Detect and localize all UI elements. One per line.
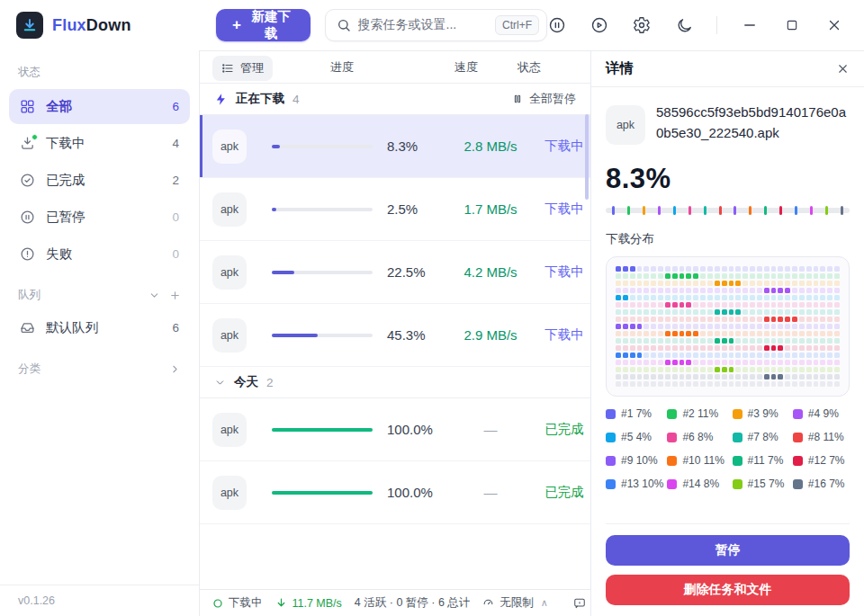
sidebar-item-paused[interactable]: 已暂停 0: [9, 200, 190, 235]
heatmap-cell: [735, 324, 741, 329]
sidebar-item-downloading[interactable]: 下载中 4: [9, 126, 190, 161]
heatmap-cell: [834, 360, 840, 365]
heatmap-cell: [834, 317, 840, 322]
task-row[interactable]: apk 2.5% 1.7 MB/s 下载中: [200, 178, 590, 241]
heatmap-cell: [764, 309, 770, 315]
heatmap-cell: [672, 353, 678, 358]
progress-bar: [272, 428, 373, 432]
statusbar-speed-limit[interactable]: 无限制 ∧: [482, 595, 548, 611]
task-row[interactable]: apk 100.0% — 已完成: [200, 398, 590, 461]
heatmap-cell-active: [735, 281, 741, 286]
heatmap-cell: [693, 324, 698, 329]
heatmap-cell: [785, 302, 790, 308]
heatmap-cell: [735, 360, 741, 365]
heatmap-cell-active: [715, 309, 720, 315]
maximize-icon[interactable]: [782, 15, 802, 35]
dark-mode-moon-icon[interactable]: [674, 15, 694, 35]
segment-tick: [688, 206, 691, 215]
heatmap-cell: [785, 374, 790, 379]
heatmap-cell-active: [665, 273, 670, 279]
status-bar: 下载中 11.7 MB/s 4 活跃 · 0 暂停 · 6 总计 无限制 ∧ 反…: [200, 589, 590, 616]
manage-button[interactable]: 管理: [212, 56, 273, 81]
heatmap-cell: [665, 338, 670, 344]
delete-task-button[interactable]: 删除任务和文件: [606, 575, 850, 605]
heatmap-cell: [665, 288, 670, 293]
minimize-icon[interactable]: [740, 15, 760, 35]
details-body: apk 58596cc5f93eb5bd9140176e0a0b5e30_222…: [591, 87, 864, 616]
file-type-badge: apk: [212, 476, 247, 510]
heatmap-cell: [700, 273, 706, 279]
heatmap-cell: [665, 295, 670, 300]
heatmap-cell: [757, 288, 762, 293]
heatmap-cell-active: [680, 331, 685, 336]
heatmap-cell: [658, 288, 663, 293]
settings-gear-icon[interactable]: [632, 15, 652, 35]
heatmap-cell: [806, 324, 812, 329]
task-row[interactable]: apk 45.3% 2.9 MB/s 下载中: [200, 304, 590, 367]
sidebar-item-default-queue[interactable]: 默认队列 6: [9, 310, 190, 345]
heatmap-cell: [799, 360, 805, 365]
heatmap-cell: [785, 331, 790, 336]
task-row[interactable]: apk 8.3% 2.8 MB/s 下载中: [200, 115, 590, 178]
heatmap-cell-active: [672, 360, 678, 365]
group-header-today[interactable]: 今天 2: [200, 367, 590, 398]
heatmap-cell: [651, 367, 656, 372]
heatmap-cell: [778, 309, 783, 315]
add-queue-plus-icon[interactable]: [169, 290, 181, 301]
close-icon[interactable]: [824, 15, 844, 35]
heatmap-cell: [771, 295, 777, 300]
pause-all-group-button[interactable]: 全部暂停: [511, 91, 576, 107]
search-input[interactable]: 搜索任务或设置... Ctrl+F: [325, 9, 548, 41]
heatmap-cell-active: [672, 273, 678, 279]
heatmap-cell: [820, 360, 825, 365]
heatmap-cell: [672, 381, 678, 387]
heatmap-cell: [644, 381, 649, 387]
heatmap-cell-active: [735, 309, 741, 315]
heatmap-cell: [700, 345, 706, 351]
heatmap-cell: [715, 345, 720, 351]
progress-percent: 2.5%: [387, 201, 443, 217]
new-download-button[interactable]: + 新建下载: [216, 9, 310, 41]
heatmap-cell: [658, 295, 663, 300]
heatmap-cell-active: [729, 309, 734, 315]
heatmap-cell: [792, 324, 797, 329]
heatmap-cell: [820, 273, 825, 279]
heatmap-cell: [792, 338, 797, 344]
heatmap-cell: [785, 338, 790, 344]
heatmap-cell: [630, 367, 635, 372]
resume-all-icon[interactable]: [590, 15, 609, 35]
heatmap-cell: [680, 266, 685, 272]
heatmap-cell: [686, 353, 691, 358]
heatmap-cell: [637, 360, 643, 365]
heatmap-cell: [771, 273, 777, 279]
grid-icon: [20, 99, 35, 114]
sidebar-item-completed[interactable]: 已完成 2: [9, 163, 190, 198]
task-row[interactable]: apk 22.5% 4.2 MB/s 下载中: [200, 241, 590, 304]
topbar-divider: [716, 16, 717, 34]
heatmap-cell: [644, 324, 649, 329]
heatmap-cell: [792, 345, 797, 351]
queue-collapse-chevron-down-icon[interactable]: [148, 290, 160, 301]
group-header-downloading[interactable]: 正在下载 4 全部暂停: [200, 84, 590, 115]
heatmap-cell: [630, 331, 635, 336]
sidebar-item-failed[interactable]: 失败 0: [9, 237, 190, 272]
close-details-icon[interactable]: [836, 62, 850, 76]
heatmap-cell: [700, 266, 706, 272]
pause-task-button[interactable]: 暂停: [606, 535, 850, 566]
legend-label: #14 8%: [682, 478, 719, 490]
heatmap-cell: [742, 338, 748, 344]
heatmap-cell: [707, 281, 713, 286]
sidebar-item-all[interactable]: 全部 6: [9, 89, 190, 124]
feedback-button[interactable]: 反馈: [573, 595, 590, 611]
legend-item: #11 7%: [733, 454, 789, 467]
alert-circle-icon: [20, 246, 35, 262]
segment-tick: [627, 206, 630, 215]
scrollbar-thumb[interactable]: [585, 114, 589, 200]
progress-bar: [272, 334, 373, 337]
pause-all-icon[interactable]: [547, 15, 567, 35]
task-row[interactable]: apk 100.0% — 已完成: [200, 461, 590, 524]
app-title-primary: Flux: [52, 16, 86, 34]
sidebar-category-section[interactable]: 分类: [0, 347, 199, 382]
heatmap-cell: [771, 324, 777, 329]
details-header: 详情: [591, 51, 864, 87]
